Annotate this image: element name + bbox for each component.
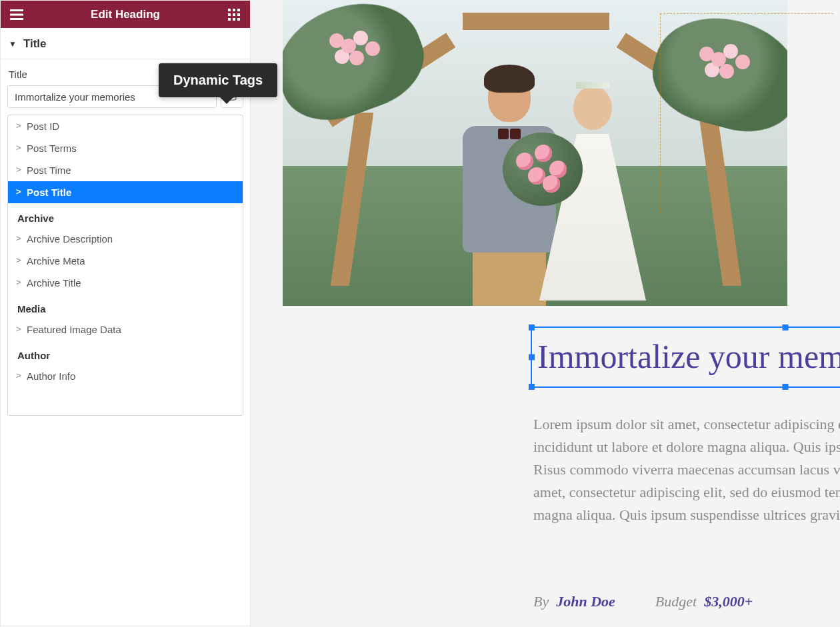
svg-rect-10 <box>233 18 235 21</box>
dropdown-item-label: Post Time <box>27 165 71 176</box>
meta-by: By John Doe <box>533 593 615 610</box>
resize-handle[interactable] <box>783 384 789 390</box>
chevron-right-icon: > <box>16 370 21 380</box>
dropdown-item[interactable]: > Archive Description <box>8 228 243 250</box>
dynamic-tags-dropdown: > Post ID> Post Terms> Post Time> Post T… <box>7 115 243 416</box>
svg-rect-8 <box>237 13 240 16</box>
hamburger-icon <box>10 9 23 20</box>
chevron-right-icon: > <box>16 187 21 197</box>
page-paragraph: Lorem ipsum dolor sit amet, consectetur … <box>533 413 840 526</box>
hero-image <box>283 0 787 306</box>
dynamic-tags-tooltip: Dynamic Tags <box>159 63 277 97</box>
dropdown-item[interactable]: > Post Title <box>8 181 243 203</box>
dropdown-item-label: Archive Description <box>27 233 113 245</box>
chevron-right-icon: > <box>16 324 21 334</box>
page-canvas: Immortalize your memories Lorem ipsum do… <box>251 0 840 627</box>
dropdown-item-label: Post ID <box>27 121 59 132</box>
dropdown-item-label: Archive Meta <box>27 255 85 267</box>
by-label: By <box>533 593 549 610</box>
caret-down-icon: ▼ <box>9 39 17 49</box>
dropdown-item[interactable]: > Post Terms <box>8 137 243 159</box>
chevron-right-icon: > <box>16 143 21 153</box>
chevron-right-icon: > <box>16 121 21 131</box>
dropdown-list[interactable]: > Post ID> Post Terms> Post Time> Post T… <box>8 115 243 415</box>
alignment-guide-icon <box>660 13 833 14</box>
resize-handle[interactable] <box>529 384 535 390</box>
dropdown-group-label: Author <box>8 340 243 365</box>
dropdown-item-label: Post Terms <box>27 143 77 154</box>
dropdown-item[interactable]: > Featured Image Data <box>8 318 243 340</box>
resize-handle[interactable] <box>529 324 535 330</box>
section-toggle-title[interactable]: ▼ Title <box>1 28 250 59</box>
chevron-right-icon: > <box>16 233 21 243</box>
budget-value: $3,000+ <box>704 593 753 610</box>
budget-label: Budget <box>655 593 697 610</box>
by-value: John Doe <box>556 593 615 610</box>
svg-rect-1 <box>10 13 23 15</box>
apps-grid-icon <box>228 9 240 21</box>
resize-handle[interactable] <box>529 354 535 360</box>
svg-rect-5 <box>237 9 240 11</box>
dropdown-item-label: Author Info <box>27 370 75 382</box>
dropdown-item-label: Post Title <box>27 187 71 198</box>
dropdown-item-label: Archive Title <box>27 277 81 289</box>
svg-rect-0 <box>10 9 23 11</box>
svg-rect-9 <box>228 18 231 21</box>
svg-rect-6 <box>228 13 231 16</box>
apps-button[interactable] <box>225 5 243 24</box>
chevron-right-icon: > <box>16 277 21 287</box>
section-label: Title <box>23 37 47 51</box>
panel-header: Edit Heading <box>1 1 250 28</box>
dropdown-item[interactable]: > Archive Title <box>8 272 243 294</box>
dropdown-item[interactable]: > Post ID <box>8 115 243 137</box>
dropdown-item[interactable]: > Author Info <box>8 365 243 387</box>
resize-handle[interactable] <box>783 324 789 330</box>
svg-rect-2 <box>10 18 23 20</box>
svg-rect-4 <box>233 9 235 11</box>
selected-element-heading[interactable]: Immortalize your memories <box>531 326 840 388</box>
meta-budget: Budget $3,000+ <box>655 593 753 610</box>
dropdown-item[interactable]: > Post Time <box>8 159 243 181</box>
svg-rect-11 <box>237 18 240 21</box>
dropdown-group-label: Archive <box>8 203 243 228</box>
dropdown-item[interactable]: > Archive Meta <box>8 250 243 272</box>
page-meta: By John Doe Budget $3,000+ <box>533 593 840 610</box>
svg-rect-3 <box>228 9 231 11</box>
dropdown-group-label: Media <box>8 294 243 318</box>
panel-title: Edit Heading <box>26 8 225 21</box>
chevron-right-icon: > <box>16 165 21 175</box>
svg-rect-7 <box>233 13 235 16</box>
chevron-right-icon: > <box>16 255 21 265</box>
menu-button[interactable] <box>7 5 26 24</box>
alignment-guide-icon <box>660 13 661 213</box>
dropdown-item-label: Featured Image Data <box>27 324 121 335</box>
page-headline[interactable]: Immortalize your memories <box>532 328 840 385</box>
